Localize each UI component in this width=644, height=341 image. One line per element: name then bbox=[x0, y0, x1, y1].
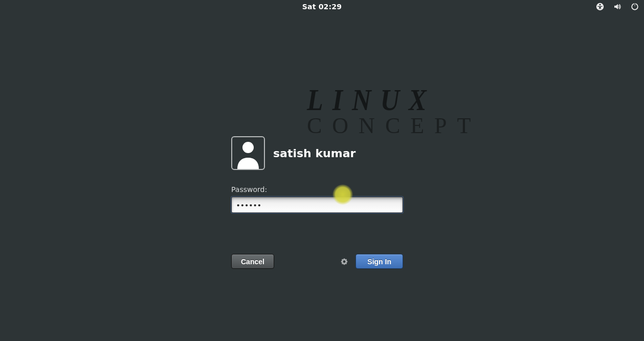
svg-point-1 bbox=[599, 4, 601, 6]
avatar-icon bbox=[236, 140, 260, 169]
background-watermark: LINUX CONCEPT bbox=[307, 84, 481, 139]
volume-icon[interactable] bbox=[613, 3, 621, 11]
session-options-button[interactable] bbox=[340, 258, 348, 266]
power-icon[interactable] bbox=[631, 3, 639, 11]
login-panel: satish kumar Password: Cancel Sign In bbox=[231, 136, 403, 269]
svg-point-4 bbox=[242, 142, 254, 153]
svg-rect-3 bbox=[634, 4, 635, 7]
button-row: Cancel Sign In bbox=[231, 254, 403, 269]
password-label: Password: bbox=[231, 185, 403, 194]
username: satish kumar bbox=[273, 147, 356, 160]
gear-icon bbox=[340, 258, 348, 266]
accessibility-icon[interactable] bbox=[596, 3, 604, 11]
avatar bbox=[231, 136, 265, 170]
watermark-line2: CONCEPT bbox=[307, 113, 481, 139]
password-input[interactable] bbox=[231, 197, 403, 213]
watermark-line1: LINUX bbox=[307, 82, 481, 117]
cancel-button[interactable]: Cancel bbox=[231, 254, 274, 269]
user-row: satish kumar bbox=[231, 136, 403, 170]
sign-in-button[interactable]: Sign In bbox=[356, 254, 403, 269]
system-tray bbox=[596, 0, 639, 13]
clock[interactable]: Sat 02:29 bbox=[302, 3, 342, 11]
top-bar: Sat 02:29 bbox=[0, 0, 644, 13]
